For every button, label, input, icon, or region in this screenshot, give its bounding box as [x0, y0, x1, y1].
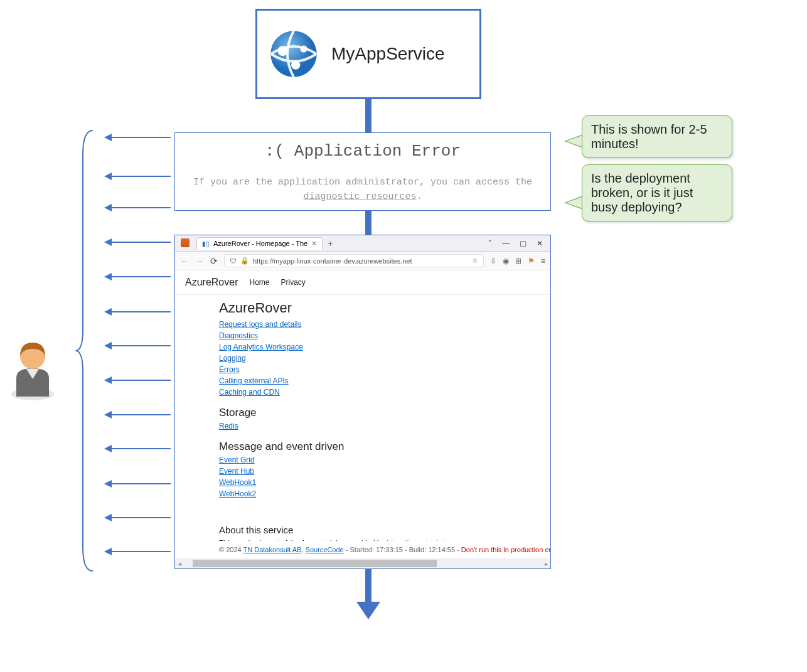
storage-link-list: Redis: [219, 420, 506, 432]
scroll-right-icon[interactable]: ▸: [542, 560, 550, 567]
new-tab-button[interactable]: +: [328, 238, 333, 248]
request-arrow: [110, 414, 171, 415]
request-arrow: [110, 551, 171, 552]
svg-point-3: [300, 45, 307, 52]
page-link[interactable]: Errors: [219, 364, 506, 375]
site-navbar: AzureRover Home Privacy: [175, 270, 550, 295]
star-icon[interactable]: ☆: [472, 257, 478, 265]
request-arrow: [110, 448, 171, 449]
page-link[interactable]: Event Hub: [219, 466, 506, 477]
browser-tab[interactable]: ▮▯ AzureRover - Homepage - The ✕: [196, 237, 323, 250]
application-error-panel: :( Application Error If you are the appl…: [174, 132, 551, 211]
appservice-label: MyAppService: [331, 44, 445, 64]
flow-arrow-segment-1: [365, 99, 371, 132]
request-arrow: [110, 176, 171, 177]
flow-arrow-segment-2: [365, 211, 371, 235]
page-link[interactable]: Redis: [219, 420, 506, 432]
page-link[interactable]: Event Grid: [219, 454, 506, 466]
request-arrow: [110, 311, 171, 312]
page-link[interactable]: Caching and CDN: [219, 387, 506, 398]
browser-address-bar: ← → ⟳ 🛡 🔒 https://myapp-linux-container-…: [175, 252, 550, 270]
message-link-list: Event GridEvent HubWebHook1WebHook2: [219, 454, 506, 499]
request-arrow: [110, 483, 171, 484]
nav-back-icon[interactable]: ←: [180, 256, 189, 266]
scroll-left-icon[interactable]: ◂: [175, 560, 184, 567]
extensions-icon[interactable]: ⊞: [515, 257, 521, 265]
page-body: AzureRover Request logs and detailsDiagn…: [175, 295, 550, 541]
callout-2-tail-fill: [566, 196, 584, 209]
message-heading: Message and event driven: [219, 440, 506, 453]
page-link[interactable]: WebHook2: [219, 488, 506, 499]
error-subtitle: If you are the application administrator…: [175, 176, 550, 204]
about-text: This service is part of the Azure traini…: [219, 539, 506, 541]
tab-title: AzureRover - Homepage - The: [213, 240, 307, 247]
callout-deployment-question: Is the deployment broken, or is it just …: [582, 164, 732, 221]
menu-icon[interactable]: ≡: [541, 257, 545, 265]
request-arrow: [110, 242, 171, 243]
url-input[interactable]: 🛡 🔒 https://myapp-linux-container-dev.az…: [224, 254, 484, 267]
request-arrow: [110, 137, 171, 138]
footer-company-link[interactable]: TN Datakonsult AB: [243, 546, 302, 553]
page-footer: © 2024 TN Datakonsult AB, SourceCode - S…: [175, 541, 550, 558]
svg-point-0: [270, 31, 317, 77]
page-link[interactable]: Diagnostics: [219, 330, 506, 341]
page-link[interactable]: Logging: [219, 353, 506, 364]
request-arrow: [110, 380, 171, 381]
curly-brace: [75, 129, 94, 572]
diagnostic-resources-link[interactable]: diagnostic resources: [303, 191, 416, 202]
azure-appservice-icon: [269, 29, 319, 79]
lock-icon: 🔒: [240, 257, 249, 265]
nav-reload-icon[interactable]: ⟳: [210, 256, 218, 266]
main-link-list: Request logs and detailsDiagnosticsLog A…: [219, 319, 506, 398]
download-icon[interactable]: ⇩: [490, 257, 496, 265]
recent-docs-icon[interactable]: [181, 238, 190, 247]
page-link[interactable]: WebHook1: [219, 477, 506, 488]
tab-favicon: ▮▯: [202, 240, 210, 247]
shield-icon: 🛡: [230, 257, 237, 265]
request-arrow: [110, 517, 171, 518]
request-arrow: [110, 207, 171, 208]
page-heading: AzureRover: [219, 300, 506, 316]
window-chevron-icon[interactable]: ˅: [488, 239, 492, 248]
nav-forward-icon[interactable]: →: [195, 256, 204, 266]
window-close-icon[interactable]: ✕: [537, 239, 543, 248]
window-maximize-icon[interactable]: ▢: [520, 239, 526, 248]
tab-close-icon[interactable]: ✕: [311, 240, 317, 248]
svg-point-1: [277, 46, 287, 56]
page-link[interactable]: Request logs and details: [219, 319, 506, 330]
window-minimize-icon[interactable]: —: [502, 239, 510, 248]
error-title: :( Application Error: [175, 142, 550, 161]
browser-titlebar: ▮▯ AzureRover - Homepage - The ✕ + ˅ — ▢…: [175, 235, 550, 252]
about-heading: About this service: [219, 525, 506, 535]
url-text: https://myapp-linux-container-dev.azurew…: [253, 257, 412, 265]
footer-source-link[interactable]: SourceCode: [306, 546, 344, 553]
page-link[interactable]: Log Analytics Workspace: [219, 341, 506, 353]
callout-1-tail-fill: [566, 135, 584, 147]
nav-home-link[interactable]: Home: [249, 278, 269, 287]
nav-privacy-link[interactable]: Privacy: [281, 278, 306, 287]
request-arrow: [110, 345, 171, 346]
request-arrow: [110, 276, 171, 277]
svg-point-2: [291, 60, 300, 69]
scrollbar-thumb[interactable]: [193, 560, 437, 567]
callout-shown-duration: This is shown for 2-5 minutes!: [582, 115, 732, 158]
browser-window: ▮▯ AzureRover - Homepage - The ✕ + ˅ — ▢…: [174, 235, 551, 569]
page-link[interactable]: Calling external APIs: [219, 375, 506, 387]
horizontal-scrollbar[interactable]: ◂ ▸: [175, 558, 550, 568]
flow-arrow-segment-3: [365, 569, 371, 602]
flow-arrow-head: [356, 602, 380, 619]
about-link[interactable]: https://www.tn-data.se: [387, 539, 457, 541]
site-brand[interactable]: AzureRover: [185, 277, 238, 288]
account-icon[interactable]: ◉: [503, 257, 509, 265]
puzzle-icon[interactable]: ⚑: [528, 257, 535, 265]
storage-heading: Storage: [219, 407, 506, 419]
footer-warning: Don't run this in production environme: [461, 546, 550, 553]
appservice-box: MyAppService: [255, 9, 481, 99]
user-icon: [5, 334, 60, 403]
